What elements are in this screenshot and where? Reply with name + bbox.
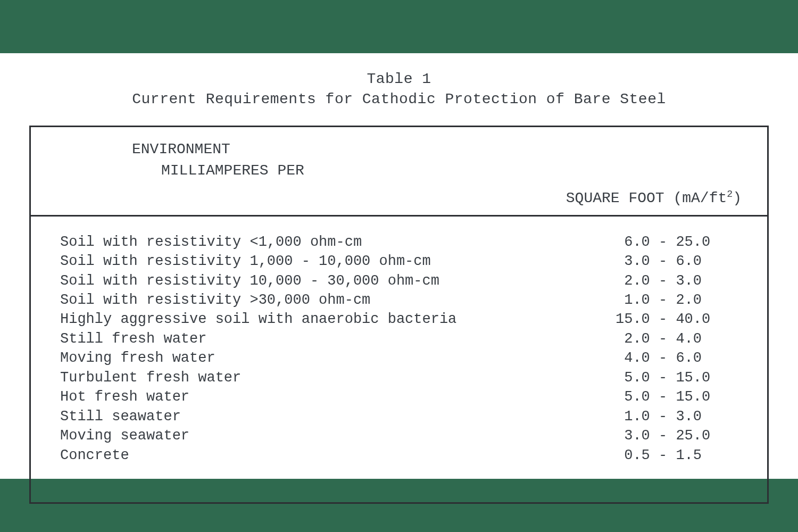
unit-close: )	[733, 190, 742, 206]
value-cell: 0.5 - 1.5	[616, 446, 738, 465]
value-cell: 2.0 - 3.0	[616, 271, 738, 290]
table-header: ENVIRONMENT MILLIAMPERES PER SQUARE FOOT…	[31, 127, 767, 217]
table-row: Still fresh water 2.0 - 4.0	[60, 329, 738, 348]
value-cell: 5.0 - 15.0	[616, 387, 738, 406]
unit-text: SQUARE FOOT (mA/ft	[566, 190, 727, 206]
environment-cell: Hot fresh water	[60, 387, 189, 406]
unit-superscript: 2	[727, 189, 733, 200]
table-row: Turbulent fresh water 5.0 - 15.0	[60, 368, 738, 387]
environment-cell: Still fresh water	[60, 329, 206, 348]
table-row: Soil with resistivity 10,000 - 30,000 oh…	[60, 271, 738, 290]
cathodic-protection-table: ENVIRONMENT MILLIAMPERES PER SQUARE FOOT…	[29, 126, 769, 504]
environment-cell: Still seawater	[60, 407, 181, 426]
value-cell: 1.0 - 2.0	[616, 290, 738, 310]
environment-cell: Moving fresh water	[60, 348, 215, 368]
environment-cell: Concrete	[60, 446, 129, 465]
table-caption: Table 1 Current Requirements for Cathodi…	[29, 69, 769, 110]
environment-cell: Highly aggressive soil with anaerobic ba…	[60, 310, 456, 329]
column-header-environment: ENVIRONMENT	[132, 139, 746, 161]
environment-cell: Turbulent fresh water	[60, 368, 241, 387]
table-row: Soil with resistivity <1,000 ohm-cm 6.0 …	[60, 232, 738, 252]
table-row: Highly aggressive soil with anaerobic ba…	[60, 310, 738, 329]
environment-cell: Moving seawater	[60, 426, 189, 445]
table-row: Hot fresh water 5.0 - 15.0	[60, 387, 738, 406]
document-page: Table 1 Current Requirements for Cathodi…	[0, 53, 798, 479]
column-header-unit: SQUARE FOOT (mA/ft2)	[52, 187, 746, 210]
table-row: Moving seawater 3.0 - 25.0	[60, 426, 738, 445]
value-cell: 4.0 - 6.0	[616, 348, 738, 368]
value-cell: 6.0 - 25.0	[616, 232, 738, 252]
environment-cell: Soil with resistivity 1,000 - 10,000 ohm…	[60, 252, 431, 271]
environment-cell: Soil with resistivity 10,000 - 30,000 oh…	[60, 271, 439, 290]
environment-cell: Soil with resistivity <1,000 ohm-cm	[60, 232, 362, 252]
column-header-milliamperes: MILLIAMPERES PER	[161, 160, 746, 182]
value-cell: 5.0 - 15.0	[616, 368, 738, 387]
table-row: Concrete 0.5 - 1.5	[60, 446, 738, 465]
table-number: Table 1	[29, 69, 769, 89]
table-row: Soil with resistivity >30,000 ohm-cm 1.0…	[60, 290, 738, 310]
environment-cell: Soil with resistivity >30,000 ohm-cm	[60, 290, 370, 310]
value-cell: 15.0 - 40.0	[616, 310, 738, 329]
table-row: Soil with resistivity 1,000 - 10,000 ohm…	[60, 252, 738, 271]
table-title: Current Requirements for Cathodic Protec…	[29, 89, 769, 110]
value-cell: 3.0 - 25.0	[616, 426, 738, 445]
value-cell: 3.0 - 6.0	[616, 252, 738, 271]
table-row: Still seawater 1.0 - 3.0	[60, 407, 738, 426]
value-cell: 1.0 - 3.0	[616, 407, 738, 426]
value-cell: 2.0 - 4.0	[616, 329, 738, 348]
table-row: Moving fresh water 4.0 - 6.0	[60, 348, 738, 368]
table-body: Soil with resistivity <1,000 ohm-cm 6.0 …	[31, 217, 767, 502]
